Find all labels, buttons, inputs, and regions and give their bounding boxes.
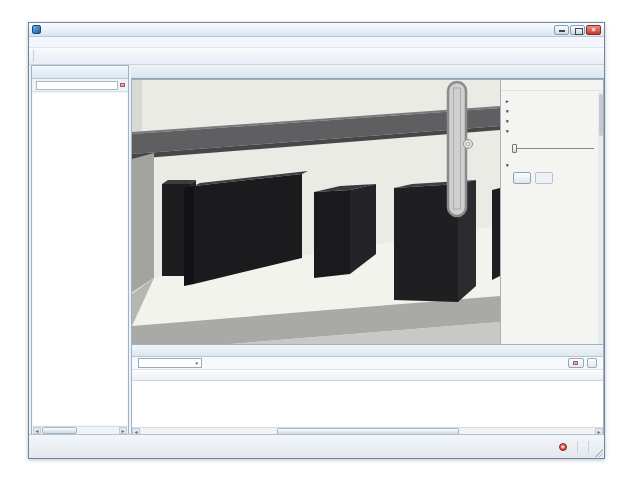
- toolbar: [29, 48, 604, 65]
- section-display-above[interactable]: ▾: [506, 118, 598, 124]
- plane-position-slider[interactable]: [512, 143, 594, 153]
- filter-clear-button[interactable]: [568, 358, 584, 368]
- cancel-button[interactable]: [535, 172, 553, 184]
- section-show[interactable]: ▾: [506, 108, 598, 114]
- chevron-down-icon: ▼: [195, 361, 199, 366]
- scroll-left-icon[interactable]: ◄: [33, 427, 41, 434]
- navigation-panel-tabs: [32, 66, 128, 79]
- search-input[interactable]: [36, 81, 118, 90]
- toolbar-separator: [33, 50, 34, 62]
- tree-horizontal-scrollbar[interactable]: ◄ ►: [33, 426, 127, 434]
- status-bar: ×: [29, 434, 604, 458]
- navigation-panel: ◄ ►: [31, 65, 129, 436]
- resize-grip[interactable]: [595, 449, 603, 457]
- title-bar[interactable]: ×: [29, 23, 604, 37]
- section-calculate[interactable]: ▾: [506, 162, 598, 168]
- expanded-icon: ▾: [506, 162, 511, 168]
- 3d-scene[interactable]: [132, 80, 500, 344]
- search-in-select[interactable]: ▼: [138, 358, 202, 368]
- tree-search-row: [32, 79, 128, 92]
- bottom-panel-tabs: [132, 345, 603, 357]
- section-cooling-plane[interactable]: ▾: [506, 128, 598, 134]
- app-window: × ◄ ►: [28, 22, 605, 459]
- alarm-icon[interactable]: ×: [559, 443, 567, 451]
- slider-handle[interactable]: [512, 144, 517, 153]
- location-tree: [33, 93, 127, 425]
- collapsed-icon: ▸: [506, 98, 511, 104]
- start-button[interactable]: [513, 172, 531, 184]
- table-header-row: [132, 371, 603, 381]
- expanded-icon: ▾: [506, 108, 511, 114]
- legend-knob-icon[interactable]: [464, 140, 473, 149]
- expanded-icon: ▾: [506, 128, 511, 134]
- clear-search-button[interactable]: [120, 83, 126, 87]
- section-3d-navigation[interactable]: ▸: [506, 98, 598, 104]
- editor-area: ▸ ▾ ▾ ▾: [131, 65, 604, 436]
- view-options-panel: ▸ ▾ ▾ ▾: [501, 79, 604, 345]
- app-icon: [32, 25, 41, 34]
- left-wall: [132, 153, 154, 292]
- equipment-table: [132, 371, 603, 427]
- expanded-icon: ▾: [506, 118, 511, 124]
- scroll-right-icon[interactable]: ►: [119, 427, 127, 434]
- close-button[interactable]: ×: [586, 25, 601, 35]
- 3d-viewport[interactable]: [131, 79, 501, 345]
- options-scrollbar[interactable]: [598, 92, 603, 344]
- editor-tabs: [131, 65, 604, 79]
- eraser-icon: [120, 83, 125, 87]
- maximize-button[interactable]: [570, 25, 585, 35]
- table-filter-row: ▼: [132, 357, 603, 370]
- menu-bar: [29, 37, 604, 48]
- minimize-button[interactable]: [554, 25, 569, 35]
- eraser-icon: [573, 361, 578, 365]
- filter-search-button[interactable]: [587, 358, 597, 368]
- bottom-panel: ▼ ◄ ►: [131, 345, 604, 436]
